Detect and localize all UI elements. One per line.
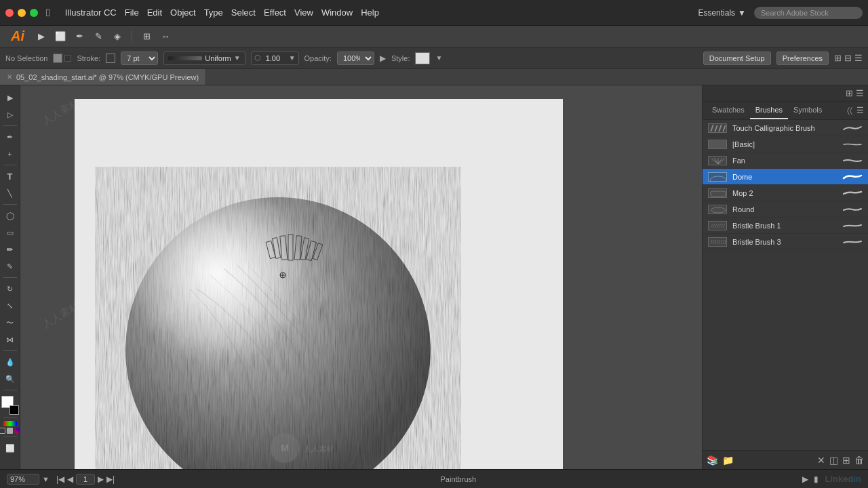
- tool-text[interactable]: T: [2, 168, 18, 184]
- convert-btn[interactable]: ◫: [829, 455, 838, 466]
- tool-arrow[interactable]: ▶: [2, 89, 18, 106]
- panel-icon-2[interactable]: ☰: [856, 88, 864, 98]
- tool-zoom[interactable]: 🔍: [2, 371, 18, 387]
- uniform-label: Uniform: [205, 54, 231, 62]
- tool-pen[interactable]: ✒: [2, 129, 18, 145]
- background-color[interactable]: [9, 405, 19, 415]
- gradient-fill[interactable]: [14, 428, 20, 434]
- black-fill[interactable]: [7, 428, 13, 434]
- menu-illustrator[interactable]: Illustrator CC: [61, 6, 121, 19]
- brush-item-fan[interactable]: Fan: [703, 152, 868, 169]
- close-button[interactable]: [5, 9, 14, 17]
- page-input[interactable]: [76, 474, 95, 485]
- tool-paintbrush[interactable]: ✏: [2, 241, 18, 258]
- menu-type[interactable]: Type: [200, 6, 227, 19]
- stroke-preview-visual: [168, 56, 202, 60]
- stroke-weight-select[interactable]: 7 pt 1 pt 3 pt 5 pt: [121, 52, 158, 65]
- view-icon-1[interactable]: ⊞: [834, 53, 842, 63]
- opacity-select[interactable]: 100% 50% 75%: [337, 52, 374, 65]
- width-input[interactable]: [263, 52, 287, 65]
- preferences-button[interactable]: Preferences: [776, 52, 829, 65]
- workspace-label: Essentials: [698, 8, 735, 18]
- tool-icon-3[interactable]: ✒: [72, 29, 87, 44]
- brush-stroke-preview[interactable]: Uniform ▼: [163, 52, 245, 65]
- panel-menu-icon[interactable]: ☰: [856, 106, 864, 115]
- tool-align[interactable]: ⊞: [139, 29, 154, 44]
- tool-rotate[interactable]: ↻: [2, 281, 18, 297]
- prev-page-btn[interactable]: ◀: [67, 474, 73, 484]
- zoom-input[interactable]: [7, 474, 39, 485]
- new-brush-btn[interactable]: ⊞: [842, 455, 850, 466]
- apple-icon: : [46, 7, 50, 19]
- none-fill[interactable]: [0, 428, 5, 434]
- tool-pencil[interactable]: ✎: [2, 258, 18, 274]
- tool-shape[interactable]: ◯: [2, 207, 18, 224]
- brush-item-touch-calligraphic[interactable]: Touch Calligraphic Brush: [703, 120, 868, 136]
- brush-stroke-basic: [842, 142, 863, 147]
- canvas-area[interactable]: 人人素材 人人素材 人人素材 人人素材 人人素材 人人素材 人人素材 人人素材 …: [20, 85, 702, 469]
- delete-btn[interactable]: 🗑: [854, 455, 864, 466]
- fill-color-swatch[interactable]: [64, 55, 71, 62]
- tool-icon-4[interactable]: ✎: [91, 29, 106, 44]
- options-menu-icon[interactable]: ☰: [854, 53, 863, 63]
- tool-icon-2[interactable]: ⬜: [53, 29, 68, 44]
- doc-tab-close-icon[interactable]: ✕: [7, 73, 12, 81]
- tool-blend[interactable]: ⋈: [2, 331, 18, 348]
- color-mode-normal[interactable]: [3, 421, 17, 426]
- open-library-btn[interactable]: 📁: [722, 455, 734, 466]
- stroke-color-swatch[interactable]: [53, 54, 62, 63]
- expand-panel-icon[interactable]: 〈〈: [847, 106, 852, 115]
- maximize-button[interactable]: [30, 9, 38, 17]
- panel-icon-1[interactable]: ⊞: [846, 88, 853, 98]
- brush-item-mop2[interactable]: Mop 2: [703, 185, 868, 201]
- menu-view[interactable]: View: [290, 6, 317, 19]
- menu-file[interactable]: File: [121, 6, 143, 19]
- tab-brushes[interactable]: Brushes: [750, 102, 788, 119]
- minimize-button[interactable]: [18, 9, 26, 17]
- zoom-arrow-down[interactable]: ▼: [42, 475, 50, 483]
- tool-direct-select[interactable]: ▷: [2, 106, 18, 123]
- tool-icon-1[interactable]: ▶: [34, 29, 49, 44]
- lt-sep-8: [3, 436, 17, 437]
- tool-icon-5[interactable]: ◈: [110, 29, 125, 44]
- document-tab[interactable]: ✕ 05_02_shading_start.ai* @ 97% (CMYK/GP…: [0, 69, 206, 85]
- first-page-btn[interactable]: |◀: [56, 474, 64, 484]
- menu-help[interactable]: Help: [357, 6, 383, 19]
- tool-rect[interactable]: ▭: [2, 224, 18, 241]
- document-setup-button[interactable]: Document Setup: [703, 52, 771, 65]
- style-swatch[interactable]: [415, 52, 430, 64]
- lt-sep-5: [3, 350, 17, 351]
- menu-select[interactable]: Select: [227, 6, 260, 19]
- menu-effect[interactable]: Effect: [260, 6, 290, 19]
- brush-item-basic[interactable]: [Basic]: [703, 136, 868, 152]
- tool-eyedropper[interactable]: 💧: [2, 354, 18, 370]
- svg-line-21: [719, 224, 721, 228]
- tool-add-anchor[interactable]: +: [2, 146, 18, 162]
- menu-object[interactable]: Object: [166, 6, 200, 19]
- brush-item-bristle3[interactable]: Bristle Brush 3: [703, 234, 868, 250]
- tab-swatches[interactable]: Swatches: [707, 102, 750, 119]
- menu-window[interactable]: Window: [317, 6, 357, 19]
- tool-line[interactable]: ╲: [2, 185, 18, 201]
- tool-transform[interactable]: ↔: [158, 29, 173, 44]
- svg-point-14: [710, 176, 726, 182]
- menu-edit[interactable]: Edit: [143, 6, 166, 19]
- brush-item-dome[interactable]: Dome: [703, 169, 868, 185]
- adobe-stock-search[interactable]: [754, 7, 863, 19]
- tool-artboard[interactable]: ⬜: [2, 440, 18, 456]
- tool-scale[interactable]: ⤡: [2, 298, 18, 314]
- brush-thumb-fan: [708, 156, 727, 165]
- delete-brush-btn[interactable]: ✕: [817, 455, 825, 466]
- workspace-switcher[interactable]: Essentials ▼: [698, 8, 746, 18]
- stop-button[interactable]: ▮: [814, 474, 818, 484]
- opacity-arrow[interactable]: ▶: [380, 54, 386, 63]
- tab-symbols[interactable]: Symbols: [788, 102, 827, 119]
- last-page-btn[interactable]: ▶|: [106, 474, 115, 484]
- view-icon-2[interactable]: ⊟: [844, 53, 852, 63]
- next-page-btn[interactable]: ▶: [98, 474, 104, 484]
- play-button[interactable]: ▶: [802, 474, 808, 484]
- tool-warp[interactable]: 〜: [2, 314, 18, 331]
- brush-item-round[interactable]: Round: [703, 201, 868, 218]
- show-brush-options-btn[interactable]: 📚: [707, 455, 718, 466]
- brush-item-bristle1[interactable]: Bristle Brush 1: [703, 218, 868, 234]
